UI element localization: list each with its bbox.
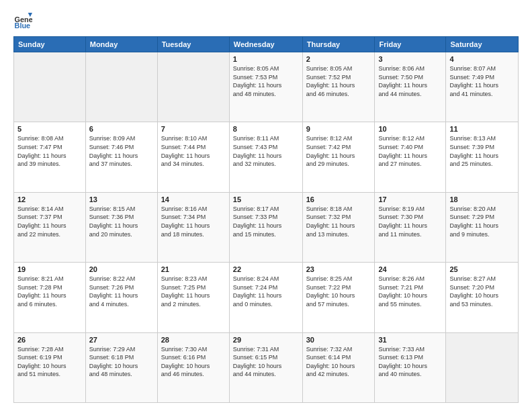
day-number: 8 <box>233 125 299 133</box>
calendar-cell: 7Sunrise: 8:10 AM Sunset: 7:44 PM Daylig… <box>157 122 229 192</box>
calendar-cell: 26Sunrise: 7:28 AM Sunset: 6:19 PM Dayli… <box>14 332 86 402</box>
day-number: 17 <box>378 195 442 203</box>
calendar-cell <box>14 52 86 122</box>
day-number: 28 <box>161 336 226 344</box>
day-info: Sunrise: 8:25 AM Sunset: 7:22 PM Dayligh… <box>306 275 371 308</box>
day-info: Sunrise: 8:18 AM Sunset: 7:32 PM Dayligh… <box>306 205 371 238</box>
calendar-cell: 14Sunrise: 8:16 AM Sunset: 7:34 PM Dayli… <box>157 192 229 262</box>
day-number: 15 <box>233 195 299 203</box>
day-info: Sunrise: 8:09 AM Sunset: 7:46 PM Dayligh… <box>89 134 154 168</box>
day-header-monday: Monday <box>85 37 157 52</box>
calendar-header: SundayMondayTuesdayWednesdayThursdayFrid… <box>14 37 519 52</box>
day-number: 30 <box>306 336 371 344</box>
day-number: 20 <box>89 265 154 273</box>
page-header: General Blue <box>13 11 519 30</box>
day-number: 2 <box>306 55 371 63</box>
calendar-cell: 28Sunrise: 7:30 AM Sunset: 6:16 PM Dayli… <box>157 332 229 402</box>
day-number: 23 <box>306 265 371 273</box>
day-info: Sunrise: 8:21 AM Sunset: 7:28 PM Dayligh… <box>17 275 82 308</box>
days-header-row: SundayMondayTuesdayWednesdayThursdayFrid… <box>14 37 519 52</box>
calendar-cell: 19Sunrise: 8:21 AM Sunset: 7:28 PM Dayli… <box>14 263 86 332</box>
calendar-cell: 3Sunrise: 8:06 AM Sunset: 7:50 PM Daylig… <box>375 52 446 122</box>
day-info: Sunrise: 7:30 AM Sunset: 6:16 PM Dayligh… <box>161 345 226 379</box>
calendar-cell <box>157 52 229 122</box>
week-row-0: 1Sunrise: 8:05 AM Sunset: 7:53 PM Daylig… <box>14 52 519 122</box>
calendar-cell <box>446 332 519 402</box>
calendar-cell: 24Sunrise: 8:26 AM Sunset: 7:21 PM Dayli… <box>375 263 446 332</box>
day-number: 31 <box>378 336 442 344</box>
day-info: Sunrise: 8:17 AM Sunset: 7:33 PM Dayligh… <box>233 205 299 238</box>
day-info: Sunrise: 7:29 AM Sunset: 6:18 PM Dayligh… <box>89 345 154 379</box>
day-number: 3 <box>378 55 442 63</box>
day-number: 11 <box>449 125 515 133</box>
calendar-cell <box>85 52 157 122</box>
calendar-table: SundayMondayTuesdayWednesdayThursdayFrid… <box>13 36 519 403</box>
day-info: Sunrise: 8:24 AM Sunset: 7:24 PM Dayligh… <box>233 275 299 308</box>
calendar-cell: 20Sunrise: 8:22 AM Sunset: 7:26 PM Dayli… <box>85 263 157 332</box>
day-info: Sunrise: 7:33 AM Sunset: 6:13 PM Dayligh… <box>378 345 442 379</box>
day-number: 19 <box>17 265 82 273</box>
calendar-cell: 13Sunrise: 8:15 AM Sunset: 7:36 PM Dayli… <box>85 192 157 262</box>
day-info: Sunrise: 8:22 AM Sunset: 7:26 PM Dayligh… <box>89 275 154 308</box>
day-info: Sunrise: 8:16 AM Sunset: 7:34 PM Dayligh… <box>161 205 226 238</box>
day-info: Sunrise: 8:27 AM Sunset: 7:20 PM Dayligh… <box>449 275 515 308</box>
calendar-cell: 27Sunrise: 7:29 AM Sunset: 6:18 PM Dayli… <box>85 332 157 402</box>
calendar-cell: 1Sunrise: 8:05 AM Sunset: 7:53 PM Daylig… <box>229 52 302 122</box>
day-info: Sunrise: 8:10 AM Sunset: 7:44 PM Dayligh… <box>161 134 226 168</box>
day-info: Sunrise: 8:15 AM Sunset: 7:36 PM Dayligh… <box>89 205 154 238</box>
week-row-2: 12Sunrise: 8:14 AM Sunset: 7:37 PM Dayli… <box>14 192 519 262</box>
day-info: Sunrise: 7:31 AM Sunset: 6:15 PM Dayligh… <box>233 345 299 379</box>
day-number: 26 <box>17 336 82 344</box>
day-header-wednesday: Wednesday <box>229 37 302 52</box>
day-header-sunday: Sunday <box>14 37 86 52</box>
day-number: 5 <box>17 125 82 133</box>
calendar-cell: 8Sunrise: 8:11 AM Sunset: 7:43 PM Daylig… <box>229 122 302 192</box>
week-row-4: 26Sunrise: 7:28 AM Sunset: 6:19 PM Dayli… <box>14 332 519 402</box>
calendar-cell: 31Sunrise: 7:33 AM Sunset: 6:13 PM Dayli… <box>375 332 446 402</box>
svg-text:Blue: Blue <box>15 21 31 30</box>
day-info: Sunrise: 8:11 AM Sunset: 7:43 PM Dayligh… <box>233 134 299 168</box>
calendar-cell: 4Sunrise: 8:07 AM Sunset: 7:49 PM Daylig… <box>446 52 519 122</box>
calendar-cell: 23Sunrise: 8:25 AM Sunset: 7:22 PM Dayli… <box>302 263 375 332</box>
day-info: Sunrise: 8:19 AM Sunset: 7:30 PM Dayligh… <box>378 205 442 238</box>
week-row-1: 5Sunrise: 8:08 AM Sunset: 7:47 PM Daylig… <box>14 122 519 192</box>
day-number: 18 <box>449 195 515 203</box>
week-row-3: 19Sunrise: 8:21 AM Sunset: 7:28 PM Dayli… <box>14 263 519 332</box>
day-info: Sunrise: 8:20 AM Sunset: 7:29 PM Dayligh… <box>449 205 515 238</box>
day-info: Sunrise: 8:13 AM Sunset: 7:39 PM Dayligh… <box>449 134 515 168</box>
calendar-cell: 17Sunrise: 8:19 AM Sunset: 7:30 PM Dayli… <box>375 192 446 262</box>
calendar-cell: 5Sunrise: 8:08 AM Sunset: 7:47 PM Daylig… <box>14 122 86 192</box>
calendar-cell: 16Sunrise: 8:18 AM Sunset: 7:32 PM Dayli… <box>302 192 375 262</box>
calendar-cell: 10Sunrise: 8:12 AM Sunset: 7:40 PM Dayli… <box>375 122 446 192</box>
day-info: Sunrise: 8:05 AM Sunset: 7:52 PM Dayligh… <box>306 64 371 98</box>
day-number: 7 <box>161 125 226 133</box>
calendar-cell: 6Sunrise: 8:09 AM Sunset: 7:46 PM Daylig… <box>85 122 157 192</box>
day-number: 29 <box>233 336 299 344</box>
day-number: 10 <box>378 125 442 133</box>
day-info: Sunrise: 7:32 AM Sunset: 6:14 PM Dayligh… <box>306 345 371 379</box>
day-number: 21 <box>161 265 226 273</box>
day-info: Sunrise: 8:12 AM Sunset: 7:42 PM Dayligh… <box>306 134 371 168</box>
day-number: 27 <box>89 336 154 344</box>
day-number: 9 <box>306 125 371 133</box>
calendar-cell: 30Sunrise: 7:32 AM Sunset: 6:14 PM Dayli… <box>302 332 375 402</box>
day-info: Sunrise: 8:08 AM Sunset: 7:47 PM Dayligh… <box>17 134 82 168</box>
calendar-cell: 18Sunrise: 8:20 AM Sunset: 7:29 PM Dayli… <box>446 192 519 262</box>
day-number: 1 <box>233 55 299 63</box>
day-info: Sunrise: 8:06 AM Sunset: 7:50 PM Dayligh… <box>378 64 442 98</box>
calendar-cell: 2Sunrise: 8:05 AM Sunset: 7:52 PM Daylig… <box>302 52 375 122</box>
day-info: Sunrise: 8:26 AM Sunset: 7:21 PM Dayligh… <box>378 275 442 308</box>
day-info: Sunrise: 8:05 AM Sunset: 7:53 PM Dayligh… <box>233 64 299 98</box>
calendar-cell: 22Sunrise: 8:24 AM Sunset: 7:24 PM Dayli… <box>229 263 302 332</box>
day-info: Sunrise: 7:28 AM Sunset: 6:19 PM Dayligh… <box>17 345 82 379</box>
day-info: Sunrise: 8:14 AM Sunset: 7:37 PM Dayligh… <box>17 205 82 238</box>
day-number: 24 <box>378 265 442 273</box>
calendar-cell: 21Sunrise: 8:23 AM Sunset: 7:25 PM Dayli… <box>157 263 229 332</box>
day-number: 14 <box>161 195 226 203</box>
calendar-cell: 25Sunrise: 8:27 AM Sunset: 7:20 PM Dayli… <box>446 263 519 332</box>
day-header-saturday: Saturday <box>446 37 519 52</box>
calendar-cell: 15Sunrise: 8:17 AM Sunset: 7:33 PM Dayli… <box>229 192 302 262</box>
day-number: 22 <box>233 265 299 273</box>
day-number: 13 <box>89 195 154 203</box>
day-number: 4 <box>449 55 515 63</box>
